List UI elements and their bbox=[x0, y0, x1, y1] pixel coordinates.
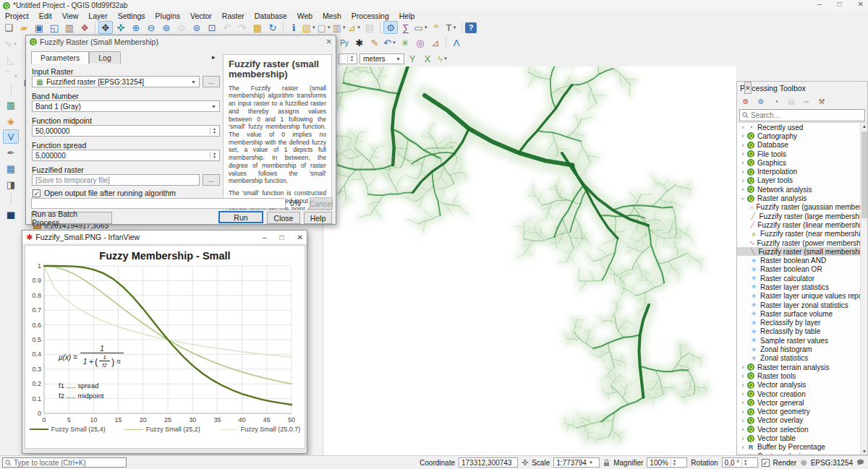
plugin-manager-icon[interactable]: ✳ bbox=[398, 36, 412, 49]
output-file-input[interactable]: [Save to temporary file] bbox=[32, 174, 200, 186]
db-manager-icon[interactable]: ▅ bbox=[3, 206, 19, 220]
tree-item-layer-tools[interactable]: ›QLayer tools bbox=[737, 176, 867, 185]
tree-item-fuzzify-raster-near-membership-[interactable]: ∧Fuzzify raster (near membership) bbox=[737, 230, 867, 238]
tree-item-vector-overlay[interactable]: ›QVector overlay bbox=[737, 416, 867, 425]
chevron-down-icon[interactable]: › bbox=[739, 195, 746, 202]
undo-redo-icon[interactable]: ↶▼ bbox=[383, 36, 397, 49]
maximize-button[interactable]: □ bbox=[838, 0, 842, 8]
metasearch-icon[interactable]: Λ bbox=[449, 36, 464, 49]
minimize-button[interactable]: – bbox=[817, 0, 822, 8]
zoom-last-icon[interactable]: ↶ bbox=[220, 21, 234, 34]
units-combo[interactable]: meters▼ bbox=[359, 53, 404, 64]
snapping-icon[interactable]: ϟ▼ bbox=[435, 52, 450, 65]
tree-item-reclassify-by-table[interactable]: ✳Reclassify by table bbox=[737, 327, 867, 336]
new-mesh-layer-icon[interactable]: ▦ bbox=[3, 161, 19, 176]
chevron-right-icon[interactable]: › bbox=[739, 452, 746, 455]
python-console-icon[interactable]: Py bbox=[337, 36, 352, 49]
new-project-icon[interactable]: ❏ bbox=[1, 21, 16, 34]
chevron-right-icon[interactable]: › bbox=[739, 408, 746, 416]
tree-item-sample-raster-values[interactable]: ✳Sample raster values bbox=[737, 336, 867, 345]
output-browse-button[interactable]: … bbox=[203, 174, 220, 186]
open-output-checkbox-row[interactable]: ✓ Open output file after running algorit… bbox=[33, 189, 176, 197]
new-geopackage-layer-icon[interactable]: ▦ bbox=[3, 98, 19, 112]
tracing-icon[interactable]: Y bbox=[405, 52, 420, 65]
tree-item-contour-plugin[interactable]: ›≋Contour plugin bbox=[737, 452, 867, 455]
render-checkbox[interactable]: ✓ bbox=[762, 459, 770, 467]
annotation-pencil-icon[interactable]: ✎▼ bbox=[3, 37, 19, 51]
chevron-right-icon[interactable]: › bbox=[739, 177, 746, 184]
tree-item-buffer-by-percentage[interactable]: ›RBuffer by Percentage bbox=[737, 443, 867, 452]
chevron-right-icon[interactable]: › bbox=[739, 399, 746, 406]
tree-item-raster-layer-statistics[interactable]: ✳Raster layer statistics bbox=[737, 283, 867, 291]
tree-item-raster-tools[interactable]: ›QRaster tools bbox=[737, 371, 867, 380]
new-virtual-layer-icon[interactable]: V bbox=[3, 129, 19, 144]
chevron-right-icon[interactable]: › bbox=[739, 142, 746, 149]
menu-processing[interactable]: Processing bbox=[346, 12, 394, 20]
tree-item-cartography[interactable]: ›QCartography bbox=[737, 132, 867, 140]
menu-vector[interactable]: Vector bbox=[185, 12, 217, 20]
input-raster-combo[interactable]: ▦ Fuzzified raster [EPSG:31254]▼ bbox=[32, 76, 200, 87]
new-map-view-icon[interactable]: ▦ bbox=[250, 21, 265, 34]
toolbox-search[interactable] bbox=[739, 109, 865, 121]
chevron-right-icon[interactable]: › bbox=[739, 390, 746, 397]
scale-combo[interactable]: 1:773794▼ bbox=[553, 457, 600, 468]
tree-item-raster-surface-volume[interactable]: ✳Raster surface volume bbox=[737, 309, 867, 318]
options-icon[interactable]: ⚒ bbox=[814, 95, 829, 108]
chevron-right-icon[interactable]: › bbox=[739, 426, 746, 433]
menu-plugins[interactable]: Plugins bbox=[150, 12, 185, 20]
chevron-right-icon[interactable]: › bbox=[739, 372, 746, 379]
dialog-close-button[interactable]: ✕ bbox=[326, 38, 332, 46]
menu-layer[interactable]: Layer bbox=[83, 12, 112, 20]
save-project-as-icon[interactable]: ◱ bbox=[47, 21, 61, 34]
zoom-in-icon[interactable]: ⊕ bbox=[129, 21, 143, 34]
close-button[interactable]: ✕ bbox=[858, 0, 864, 8]
tree-item-vector-geometry[interactable]: ›QVector geometry bbox=[737, 408, 867, 416]
save-project-icon[interactable]: ▣ bbox=[32, 21, 46, 34]
tree-item-raster-layer-unique-values-report[interactable]: ✳Raster layer unique values report bbox=[737, 292, 867, 301]
node-tool-icon[interactable]: ⌒▼ bbox=[3, 69, 19, 83]
tree-item-fuzzify-raster-gaussian-membership-[interactable]: ∩Fuzzify raster (gaussian membership) bbox=[737, 203, 867, 212]
tree-item-fuzzify-raster-power-membership-[interactable]: ∿Fuzzify raster (power membership) bbox=[737, 238, 867, 247]
map-tips-icon[interactable]: ❝ bbox=[429, 21, 443, 34]
chevron-right-icon[interactable]: › bbox=[739, 168, 746, 176]
messages-icon[interactable] bbox=[856, 459, 864, 466]
open-project-icon[interactable]: ▰ bbox=[17, 21, 31, 34]
tree-item-raster-calculator[interactable]: ✳Raster calculator bbox=[737, 274, 867, 283]
style-manager-icon[interactable]: ❖ bbox=[77, 21, 92, 34]
zoom-full-icon[interactable]: ⊛ bbox=[159, 21, 174, 34]
chevron-right-icon[interactable]: › bbox=[739, 435, 746, 442]
sketch-icon[interactable]: ✎ bbox=[367, 36, 382, 49]
rotation-spinbox[interactable]: 0,0 °▲▼ bbox=[722, 457, 758, 468]
native-algorithms-icon[interactable]: ⚙ bbox=[739, 95, 753, 108]
run-button[interactable]: Run bbox=[218, 211, 263, 223]
attribute-table-icon[interactable]: ▤ bbox=[362, 21, 377, 34]
input-raster-browse-button[interactable]: … bbox=[203, 76, 220, 87]
tree-item-zonal-statistics[interactable]: ✳Zonal statistics bbox=[737, 354, 867, 363]
measure-icon[interactable]: ⊿▼ bbox=[347, 21, 362, 34]
offset-value-input[interactable]: ▲▼ bbox=[339, 53, 357, 64]
menu-project[interactable]: Project bbox=[0, 12, 34, 20]
chevron-right-icon[interactable]: › bbox=[739, 150, 746, 158]
menu-mesh[interactable]: Mesh bbox=[318, 12, 346, 20]
tree-item-zonal-histogram[interactable]: ✳Zonal histogram bbox=[737, 345, 867, 353]
tree-item-fuzzify-raster-large-membership-[interactable]: ╱Fuzzify raster (large membership) bbox=[737, 212, 867, 220]
extents-toggle-icon[interactable]: ✜ bbox=[522, 458, 528, 468]
statistical-summary-icon[interactable]: ∑ bbox=[399, 21, 413, 34]
iv-close-button[interactable]: ✕ bbox=[297, 233, 303, 241]
crs-label[interactable]: EPSG:31254 bbox=[811, 459, 853, 467]
processing-history-icon[interactable]: ◎ bbox=[413, 36, 427, 49]
map-canvas[interactable] bbox=[323, 66, 736, 455]
zoom-next-icon[interactable]: ↷ bbox=[235, 21, 250, 34]
tab-log[interactable]: Log bbox=[89, 51, 121, 64]
help-icon[interactable]: ? bbox=[465, 22, 477, 33]
deselect-features-icon[interactable]: ▢▼ bbox=[317, 21, 331, 34]
chevron-right-icon[interactable]: › bbox=[739, 186, 746, 193]
iv-maximize-button[interactable]: □ bbox=[280, 233, 284, 241]
tree-item-raster-layer-zonal-statistics[interactable]: ✳Raster layer zonal statistics bbox=[737, 301, 867, 309]
chevron-right-icon[interactable]: › bbox=[739, 444, 746, 451]
tree-item-vector-table[interactable]: ›QVector table bbox=[737, 434, 867, 442]
menu-raster[interactable]: Raster bbox=[217, 12, 250, 20]
tree-item-vector-general[interactable]: ›QVector general bbox=[737, 398, 867, 407]
iv-minimize-button[interactable]: – bbox=[263, 233, 267, 241]
select-by-value-icon[interactable]: ▥▼ bbox=[332, 21, 346, 34]
